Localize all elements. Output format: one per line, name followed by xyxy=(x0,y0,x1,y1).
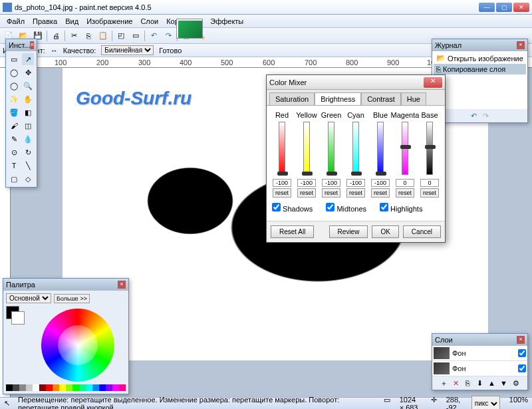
menu-image[interactable]: Изображение xyxy=(82,16,136,27)
tab-hue[interactable]: Hue xyxy=(401,92,426,105)
pan-tool-icon[interactable]: ✋ xyxy=(22,93,34,105)
tab-saturation[interactable]: Saturation xyxy=(269,92,315,105)
merge-layer-icon[interactable]: ⬇ xyxy=(475,378,485,388)
yellow-reset-button[interactable]: reset xyxy=(297,188,316,198)
color-mode-select[interactable]: Основной xyxy=(6,293,51,303)
swatch-palette[interactable] xyxy=(6,384,126,391)
paste-icon[interactable]: 📋 xyxy=(97,30,109,42)
close-icon[interactable]: × xyxy=(517,336,525,344)
layer-visibility-checkbox[interactable] xyxy=(518,364,526,372)
crop-icon[interactable]: ◰ xyxy=(115,30,127,42)
layer-visibility-checkbox[interactable] xyxy=(518,349,526,357)
cancel-button[interactable]: Cancel xyxy=(403,225,441,238)
blue-slider[interactable] xyxy=(377,122,384,175)
highlights-checkbox[interactable]: Highlights xyxy=(380,203,422,213)
close-icon[interactable]: ✕ xyxy=(424,77,442,88)
maximize-button[interactable]: ▢ xyxy=(496,3,512,12)
palette-panel[interactable]: Палитра × Основной Больше >> xyxy=(3,278,129,394)
undo-icon[interactable]: ↶ xyxy=(469,110,479,121)
magenta-input[interactable] xyxy=(396,179,414,187)
red-slider[interactable] xyxy=(279,122,285,175)
yellow-input[interactable] xyxy=(297,179,316,187)
close-icon[interactable]: × xyxy=(30,41,34,49)
deselect-icon[interactable]: ▭ xyxy=(130,30,142,42)
minimize-button[interactable]: — xyxy=(479,3,495,12)
menu-file[interactable]: Файл xyxy=(3,16,29,27)
base-input[interactable] xyxy=(420,179,439,187)
pencil-tool-icon[interactable]: ✎ xyxy=(8,133,20,145)
blue-input[interactable] xyxy=(371,179,390,187)
blue-reset-button[interactable]: reset xyxy=(371,188,390,198)
menu-edit[interactable]: Правка xyxy=(29,16,61,27)
palette-panel-title[interactable]: Палитра × xyxy=(3,279,128,291)
menu-layers[interactable]: Слои xyxy=(136,16,162,27)
move-tool-icon[interactable]: ↔ xyxy=(51,47,58,55)
menu-effects[interactable]: Эффекты xyxy=(206,16,247,27)
text-tool-icon[interactable]: T xyxy=(8,160,20,172)
red-reset-button[interactable]: reset xyxy=(273,188,291,198)
more-button[interactable]: Больше >> xyxy=(54,294,90,303)
close-button[interactable]: ✕ xyxy=(513,3,529,12)
dialog-titlebar[interactable]: Color Mixer ✕ xyxy=(267,75,445,90)
copy-icon[interactable]: ⎘ xyxy=(82,30,94,42)
units-select[interactable]: пикс xyxy=(471,396,500,410)
rect-tool-icon[interactable]: ▢ xyxy=(8,173,20,185)
eraser-tool-icon[interactable]: ◫ xyxy=(22,120,34,132)
clone-tool-icon[interactable]: ⊙ xyxy=(8,146,20,158)
layer-row[interactable]: Фон xyxy=(432,361,527,376)
shapes-tool-icon[interactable]: ◇ xyxy=(22,173,34,185)
shadows-checkbox[interactable]: Shadows xyxy=(272,203,313,213)
fill-tool-icon[interactable]: 🪣 xyxy=(8,106,20,118)
history-item[interactable]: 📂Открыть изображение xyxy=(434,53,526,64)
move-down-icon[interactable]: ▼ xyxy=(499,378,509,388)
lasso-tool-icon[interactable]: ◯ xyxy=(8,67,20,78)
reset-all-button[interactable]: Reset All xyxy=(271,225,314,238)
green-input[interactable] xyxy=(322,179,340,187)
properties-icon[interactable]: ⚙ xyxy=(511,378,521,388)
cut-icon[interactable]: ✂ xyxy=(68,30,80,42)
history-panel-title[interactable]: Журнал × xyxy=(432,39,527,51)
cyan-slider[interactable] xyxy=(352,122,359,175)
quality-select[interactable]: Билинейная xyxy=(101,45,154,55)
green-reset-button[interactable]: reset xyxy=(322,188,340,198)
ellipse-sel-tool-icon[interactable]: ◯ xyxy=(8,80,20,92)
tab-brightness[interactable]: Brightness xyxy=(315,92,361,105)
tools-panel[interactable]: Инст... × ▭ ↗ ◯ ✥ ◯ 🔍 ✨ ✋ 🪣 ◧ 🖌 ◫ ✎ 💧 ⊙ … xyxy=(5,39,37,188)
line-tool-icon[interactable]: ╲ xyxy=(22,160,34,172)
history-panel[interactable]: Журнал × 📂Открыть изображение ⎘Копирован… xyxy=(432,39,528,123)
redo-icon[interactable]: ↷ xyxy=(481,110,491,121)
layer-row[interactable]: Фон xyxy=(432,346,527,361)
redo-icon[interactable]: ↷ xyxy=(162,30,174,42)
review-button[interactable]: Review xyxy=(329,225,368,238)
close-icon[interactable]: × xyxy=(118,281,126,289)
close-icon[interactable]: × xyxy=(517,41,525,49)
print-icon[interactable]: 🖨 xyxy=(50,30,62,42)
undo-icon[interactable]: ↶ xyxy=(148,30,160,42)
tools-panel-title[interactable]: Инст... × xyxy=(6,39,37,51)
move-tool-icon[interactable]: ↗ xyxy=(22,53,34,65)
recolor-tool-icon[interactable]: ↻ xyxy=(22,146,34,158)
delete-layer-icon[interactable]: ✕ xyxy=(451,378,462,388)
move-up-icon[interactable]: ▲ xyxy=(487,378,497,388)
picker-tool-icon[interactable]: 💧 xyxy=(22,133,34,145)
rect-select-tool-icon[interactable]: ▭ xyxy=(8,53,20,65)
menu-view[interactable]: Вид xyxy=(61,16,82,27)
green-slider[interactable] xyxy=(328,122,334,175)
red-input[interactable] xyxy=(273,179,291,187)
document-thumbnail[interactable] xyxy=(176,19,203,39)
zoom-tool-icon[interactable]: 🔍 xyxy=(22,80,34,92)
add-layer-icon[interactable]: ＋ xyxy=(439,378,450,388)
cyan-reset-button[interactable]: reset xyxy=(346,188,365,198)
base-reset-button[interactable]: reset xyxy=(420,188,439,198)
midtones-checkbox[interactable]: Midtones xyxy=(326,203,366,213)
cyan-input[interactable] xyxy=(346,179,365,187)
base-slider[interactable] xyxy=(426,122,433,175)
duplicate-layer-icon[interactable]: ⎘ xyxy=(463,378,473,388)
layers-panel-title[interactable]: Слои × xyxy=(432,334,527,346)
color-wheel[interactable] xyxy=(41,309,114,382)
gradient-tool-icon[interactable]: ◧ xyxy=(22,106,34,118)
tab-contrast[interactable]: Contrast xyxy=(361,92,401,105)
yellow-slider[interactable] xyxy=(303,122,310,175)
magenta-reset-button[interactable]: reset xyxy=(396,188,414,198)
layers-panel[interactable]: Слои × Фон Фон ＋ ✕ ⎘ ⬇ ▲ ▼ ⚙ xyxy=(432,333,528,390)
